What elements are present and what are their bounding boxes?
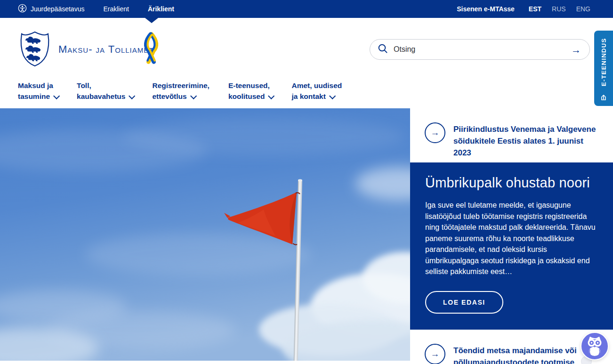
client-link-ariklient[interactable]: Äriklient (148, 5, 174, 13)
eteenindus-tab[interactable]: E-TEENINDUS (594, 31, 613, 106)
search-input[interactable] (393, 45, 570, 54)
chevron-down-icon (190, 93, 197, 99)
ukraine-support-ribbon-icon (142, 31, 160, 67)
nav-amet-uudised-kontakt[interactable]: Amet, uudised ja kontakt (291, 80, 342, 102)
accessibility-link[interactable]: Juurdepääsetavus (18, 4, 84, 14)
lang-rus[interactable]: RUS (552, 5, 566, 13)
featured-article-panel: Ümbrikupalk ohustab noori Iga suve eel t… (410, 162, 613, 330)
lang-eng[interactable]: ENG (576, 5, 590, 13)
chevron-down-icon (329, 93, 336, 99)
top-bar-left: Juurdepääsetavus Eraklient Äriklient (0, 4, 174, 14)
circled-right-arrow-icon[interactable]: → (425, 344, 445, 364)
chevron-down-icon (53, 93, 60, 99)
login-link[interactable]: Sisenen e-MTAsse (457, 5, 515, 13)
top-bar-right: Sisenen e-MTAsse EST RUS ENG (457, 5, 613, 13)
nav-maksud-ja-tasumine[interactable]: Maksud ja tasumine (18, 80, 58, 102)
accessibility-icon (18, 4, 27, 14)
language-switcher: EST RUS ENG (529, 5, 590, 13)
owl-mascot-icon (584, 334, 605, 358)
nav-toll-kaubavahetus[interactable]: Toll, kaubavahetus (77, 80, 133, 102)
active-tab-pointer (145, 18, 158, 23)
news-item-title: Tõendid metsa majandamise või põllumajan… (453, 345, 585, 364)
chevron-down-icon (129, 93, 136, 99)
top-bar: Juurdepääsetavus Eraklient Äriklient Sis… (0, 0, 613, 18)
loe-edasi-button[interactable]: LOE EDASI (425, 291, 503, 314)
featured-article-body: Iga suve eel tuletame meelde, et igasugu… (425, 200, 596, 277)
hero-image (0, 108, 410, 361)
news-item-title: Piirikindlustus Venemaa ja Valgevene sõi… (453, 123, 602, 162)
featured-article-title: Ümbrikupalk ohustab noori (425, 175, 596, 191)
estonian-coat-of-arms-icon (19, 30, 51, 69)
circled-right-arrow-icon[interactable]: → (425, 122, 445, 143)
nav-registreerimine-ettevotlus[interactable]: Registreerimine, ettevõtlus (152, 80, 209, 102)
accessibility-label: Juurdepääsetavus (31, 5, 84, 13)
lang-est[interactable]: EST (529, 5, 541, 13)
news-item-piirikindlustus[interactable]: → Piirikindlustus Venemaa ja Valgevene s… (410, 108, 613, 162)
eteenindus-label: E-TEENINDUS (594, 33, 613, 91)
header: Maksu- ja Tolliamet → Maksud ja (0, 18, 613, 108)
login-box-arrow-icon (600, 94, 607, 103)
nav-eteenused-koolitused[interactable]: E-teenused, koolitused (228, 80, 273, 102)
chevron-down-icon (268, 93, 274, 99)
page: Juurdepääsetavus Eraklient Äriklient Sis… (0, 0, 613, 364)
news-column: → Piirikindlustus Venemaa ja Valgevene s… (410, 108, 613, 364)
client-link-eraklient[interactable]: Eraklient (103, 5, 129, 13)
search-bar: → (370, 39, 590, 60)
org-name: Maksu- ja Tolliamet (58, 43, 153, 56)
main-nav: Maksud ja tasumine Toll, kaubavahetus Re… (18, 80, 342, 102)
search-icon (378, 43, 388, 56)
search-submit-button[interactable]: → (570, 45, 582, 55)
home-logo-link[interactable]: Maksu- ja Tolliamet (19, 30, 153, 69)
chatbot-owl-button[interactable] (581, 332, 609, 360)
